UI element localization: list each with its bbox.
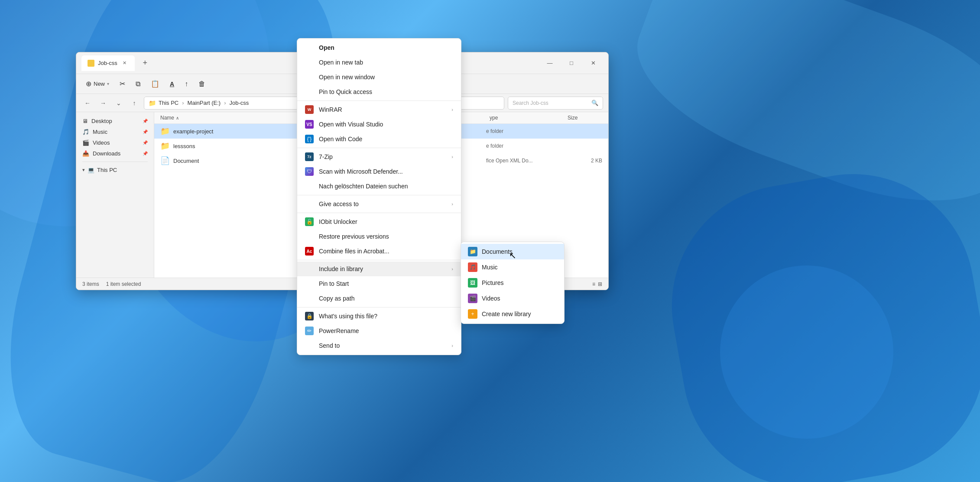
ctx-access-label: Give access to <box>319 201 446 207</box>
copy-button[interactable]: ⧉ <box>131 78 145 90</box>
ctx-open-label: Open <box>319 44 453 51</box>
new-icon: ⊕ <box>86 80 91 88</box>
ctx-7zip-arrow: › <box>451 154 453 159</box>
ctx-library-arrow: › <box>451 266 453 272</box>
desktop-label: Desktop <box>91 118 112 124</box>
ctx-give-access[interactable]: Give access to › <box>297 197 461 211</box>
sub-create-new[interactable]: + Create new library <box>461 306 564 322</box>
rename-button[interactable]: A <box>165 78 178 90</box>
ctx-defender-label: Scan with Microsoft Defender... <box>319 168 453 175</box>
search-box[interactable]: Search Job-css 🔍 <box>508 97 603 110</box>
sub-pictures-label: Pictures <box>482 279 504 286</box>
rename-icon: A <box>170 81 174 87</box>
paste-button[interactable]: 📋 <box>146 78 164 90</box>
pin-icon-music: 📌 <box>143 129 148 134</box>
sidebar-item-desktop[interactable]: 🖥 Desktop 📌 <box>78 116 152 126</box>
sub-docs-icon: 📁 <box>468 247 477 256</box>
sub-videos-label: Videos <box>482 295 500 302</box>
ctx-open-vscode[interactable]: {'} Open with Code <box>297 132 461 146</box>
sidebar-item-downloads[interactable]: 📥 Downloads 📌 <box>78 148 152 159</box>
explorer-tab[interactable]: Job-css ✕ <box>81 55 135 71</box>
new-tab-button[interactable]: + <box>138 56 152 70</box>
ctx-nach-suchen[interactable]: Nach gelöschten Dateien suchen <box>297 179 461 194</box>
sub-music[interactable]: 🎵 Music <box>461 259 564 275</box>
ctx-copy-path[interactable]: Copy as path <box>297 291 461 306</box>
folder-icon <box>88 60 94 67</box>
ctx-defender[interactable]: 🛡 Scan with Microsoft Defender... <box>297 164 461 179</box>
cut-icon: ✂ <box>120 80 125 88</box>
downloads-icon: 📥 <box>82 150 89 157</box>
ctx-divider-5 <box>297 260 461 260</box>
sidebar-this-pc[interactable]: ▾ 💻 This PC <box>78 165 152 175</box>
sub-pictures[interactable]: 🖼 Pictures <box>461 275 564 291</box>
delete-button[interactable]: 🗑 <box>194 78 210 90</box>
music-label: Music <box>93 129 107 135</box>
ctx-pin-icon <box>305 87 314 96</box>
ctx-powerrename[interactable]: ✏ PowerRename <box>297 323 461 338</box>
sidebar-item-videos[interactable]: 🎬 Videos 📌 <box>78 137 152 148</box>
ctx-rename-icon: ✏ <box>305 327 314 335</box>
ctx-winrar-icon: W <box>305 105 314 114</box>
ctx-access-arrow: › <box>451 201 453 207</box>
ctx-defender-icon: 🛡 <box>305 167 314 176</box>
music-icon: 🎵 <box>82 129 89 135</box>
sub-videos-icon: 🎬 <box>468 294 477 303</box>
ctx-open[interactable]: Open <box>297 40 461 55</box>
file-type-1: e folder <box>486 143 564 149</box>
ctx-open-vs[interactable]: VS Open with Visual Studio <box>297 117 461 132</box>
ctx-send-arrow: › <box>451 343 453 348</box>
grid-view-icon[interactable]: ⊞ <box>598 281 602 287</box>
ctx-tab-icon <box>305 58 314 67</box>
ctx-7zip[interactable]: 7z 7-Zip › <box>297 149 461 164</box>
tab-close-button[interactable]: ✕ <box>121 59 129 67</box>
ctx-iobit-icon: 🔓 <box>305 217 314 226</box>
forward-button[interactable]: → <box>97 97 109 109</box>
ctx-pin-start[interactable]: Pin to Start <box>297 276 461 291</box>
pin-icon-desktop: 📌 <box>143 119 148 123</box>
this-pc-collapse-icon: ▾ <box>82 167 85 173</box>
ctx-new-tab-label: Open in new tab <box>319 59 453 66</box>
ctx-send-to[interactable]: Send to › <box>297 338 461 353</box>
sidebar-item-music[interactable]: 🎵 Music 📌 <box>78 126 152 137</box>
col-type-header[interactable]: ype <box>490 115 568 121</box>
share-button[interactable]: ↑ <box>180 78 192 90</box>
sub-videos[interactable]: 🎬 Videos <box>461 291 564 306</box>
new-label: New <box>94 81 105 87</box>
ctx-iobit[interactable]: 🔓 IObit Unlocker <box>297 214 461 229</box>
ctx-open-new-window[interactable]: Open in new window <box>297 70 461 84</box>
sub-documents[interactable]: 📁 Documents <box>461 244 564 259</box>
ctx-nach-label: Nach gelöschten Dateien suchen <box>319 183 453 190</box>
ctx-lock-icon: 🔒 <box>305 312 314 320</box>
col-size-header[interactable]: Size <box>568 115 602 121</box>
sub-create-label: Create new library <box>482 311 531 317</box>
ctx-restore-label: Restore previous versions <box>319 233 453 240</box>
search-placeholder: Search Job-css <box>513 100 548 106</box>
list-view-icon[interactable]: ≡ <box>592 281 595 287</box>
maximize-button[interactable]: □ <box>561 56 581 70</box>
ctx-combine[interactable]: Ac Combine files in Acrobat... <box>297 244 461 259</box>
back-button[interactable]: ← <box>81 97 94 109</box>
ctx-divider-2 <box>297 148 461 148</box>
ctx-open-new-tab[interactable]: Open in new tab <box>297 55 461 70</box>
sidebar-divider <box>82 162 148 162</box>
ctx-7zip-label: 7-Zip <box>319 153 446 160</box>
new-button[interactable]: ⊕ New ▾ <box>81 78 114 90</box>
sidebar: 🖥 Desktop 📌 🎵 Music 📌 🎬 Videos 📌 📥 Downl… <box>76 112 154 278</box>
ctx-include-library[interactable]: Include in library › <box>297 262 461 276</box>
up-button[interactable]: ↑ <box>128 97 140 109</box>
file-type-2: fice Open XML Do... <box>486 158 564 164</box>
cut-button[interactable]: ✂ <box>115 78 130 90</box>
ctx-powerrename-label: PowerRename <box>319 327 453 334</box>
ctx-pin-quick[interactable]: Pin to Quick access <box>297 84 461 99</box>
address-folder: Job-css <box>230 100 249 106</box>
close-button[interactable]: ✕ <box>583 56 603 70</box>
ctx-winrar[interactable]: W WinRAR › <box>297 102 461 117</box>
ctx-whats-using[interactable]: 🔒 What's using this file? <box>297 309 461 323</box>
ctx-send-label: Send to <box>319 342 446 349</box>
recent-button[interactable]: ⌄ <box>113 97 125 109</box>
ctx-iobit-label: IObit Unlocker <box>319 218 453 225</box>
ctx-nach-icon <box>305 182 314 191</box>
minimize-button[interactable]: — <box>540 56 560 70</box>
sub-pics-icon: 🖼 <box>468 278 477 288</box>
ctx-restore[interactable]: Restore previous versions <box>297 229 461 244</box>
